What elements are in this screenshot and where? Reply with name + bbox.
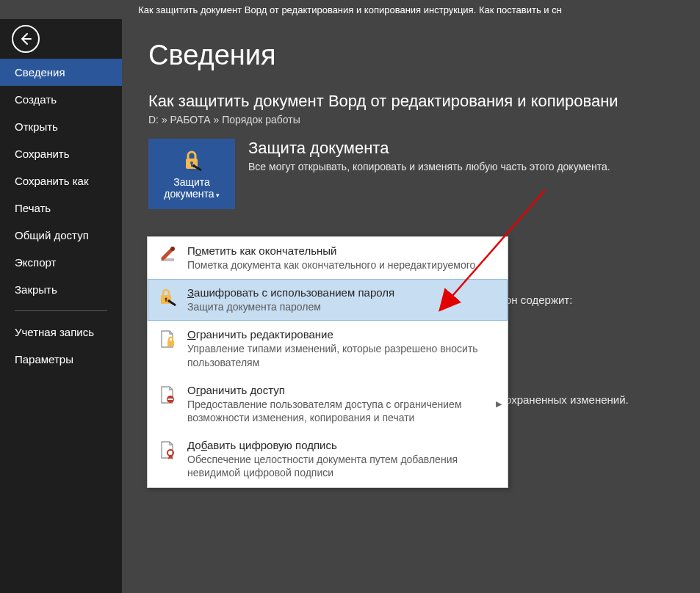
protect-section-text: Защита документа Все могут открывать, ко… [248, 139, 610, 172]
nav-item-info[interactable]: Сведения [0, 59, 122, 86]
nav-item-export[interactable]: Экспорт [0, 249, 122, 276]
nav-label: Открыть [15, 120, 58, 133]
nav-list: Сведения Создать Открыть Сохранить Сохра… [0, 59, 122, 373]
menu-item-title: Добавить цифровую подпись [187, 439, 497, 451]
back-button[interactable] [12, 25, 40, 53]
content-pane: Сведения Как защитить документ Ворд от р… [122, 19, 700, 593]
arrow-left-icon [18, 32, 33, 46]
menu-item-title: Ограничить редактирование [187, 328, 497, 341]
svg-point-3 [192, 164, 195, 167]
nav-item-account[interactable]: Учетная запись [0, 319, 122, 346]
nav-item-open[interactable]: Открыть [0, 113, 122, 140]
menu-item-desc: Обеспечение целостности документа путем … [187, 453, 497, 479]
svg-rect-12 [168, 399, 173, 400]
menu-item-desc: Предоставление пользователям доступа с о… [187, 398, 497, 424]
nav-item-print[interactable]: Печать [0, 194, 122, 222]
svg-rect-2 [191, 164, 192, 167]
menu-item-restrict-access[interactable]: Ограничить доступ Предоставление пользов… [148, 376, 508, 432]
protect-heading: Защита документа [248, 139, 610, 158]
nav-item-share[interactable]: Общий доступ [0, 222, 122, 249]
menu-item-desc: Пометка документа как окончательного и н… [187, 258, 497, 272]
document-deny-icon [156, 384, 178, 406]
nav-label: Печать [15, 202, 51, 214]
lock-key-icon [179, 148, 204, 173]
chevron-right-icon: ▶ [496, 399, 502, 409]
protect-section: Защита документа▾ Защита документа Все м… [148, 139, 700, 209]
svg-point-9 [167, 299, 170, 302]
document-lock-icon [156, 328, 178, 350]
nav-item-close[interactable]: Закрыть [0, 276, 122, 303]
menu-item-title: Пометить как окончательный [187, 244, 497, 257]
protect-document-menu: Пометить как окончательный Пометка докум… [147, 236, 508, 488]
nav-label: Параметры [15, 353, 73, 365]
protect-button-label: Защита документа▾ [164, 176, 219, 200]
document-ribbon-icon [156, 439, 178, 461]
nav-label: Экспорт [15, 256, 56, 269]
chevron-down-icon: ▾ [216, 192, 220, 199]
background-text-1: он содержит: [505, 294, 572, 306]
breadcrumb: D: » РАБОТА » Порядок работы [148, 114, 700, 125]
nav-item-save[interactable]: Сохранить [0, 140, 122, 167]
page-title: Сведения [148, 40, 700, 71]
menu-item-encrypt-password[interactable]: Зашифровать с использованием пароля Защи… [148, 279, 508, 321]
nav-label: Закрыть [15, 283, 57, 296]
nav-label: Учетная запись [15, 326, 94, 338]
window-titlebar: Как защитить документ Ворд от редактиров… [0, 0, 700, 19]
svg-rect-8 [165, 299, 166, 302]
menu-item-title: Ограничить доступ [187, 384, 497, 396]
menu-item-restrict-editing[interactable]: Ограничить редактирование Управление тип… [148, 321, 508, 376]
nav-label: Создать [15, 93, 57, 106]
menu-item-desc: Защита документа паролем [187, 300, 497, 313]
nav-item-new[interactable]: Создать [0, 86, 122, 113]
svg-rect-10 [167, 341, 174, 346]
nav-label: Общий доступ [15, 229, 89, 241]
document-title: Как защитить документ Ворд от редактиров… [148, 92, 700, 111]
lock-key-icon [156, 286, 178, 308]
background-text-2: охраненных изменений. [505, 393, 629, 406]
nav-label: Сохранить как [15, 175, 89, 187]
window-title: Как защитить документ Ворд от редактиров… [138, 4, 562, 15]
nav-item-saveas[interactable]: Сохранить как [0, 167, 122, 194]
nav-label: Сведения [15, 66, 65, 79]
menu-item-digital-signature[interactable]: Добавить цифровую подпись Обеспечение це… [148, 432, 508, 487]
menu-item-desc: Управление типами изменений, которые раз… [187, 342, 497, 368]
menu-item-title: Зашифровать с использованием пароля [187, 286, 497, 299]
nav-item-options[interactable]: Параметры [0, 346, 122, 373]
protect-desc: Все могут открывать, копировать и изменя… [248, 161, 610, 172]
backstage-sidebar: Сведения Создать Открыть Сохранить Сохра… [0, 19, 122, 593]
stamp-icon [156, 244, 178, 266]
nav-separator [15, 310, 107, 311]
svg-point-5 [170, 247, 175, 251]
menu-item-mark-final[interactable]: Пометить как окончательный Пометка докум… [148, 237, 508, 279]
protect-document-button[interactable]: Защита документа▾ [148, 139, 235, 209]
nav-label: Сохранить [15, 148, 70, 160]
